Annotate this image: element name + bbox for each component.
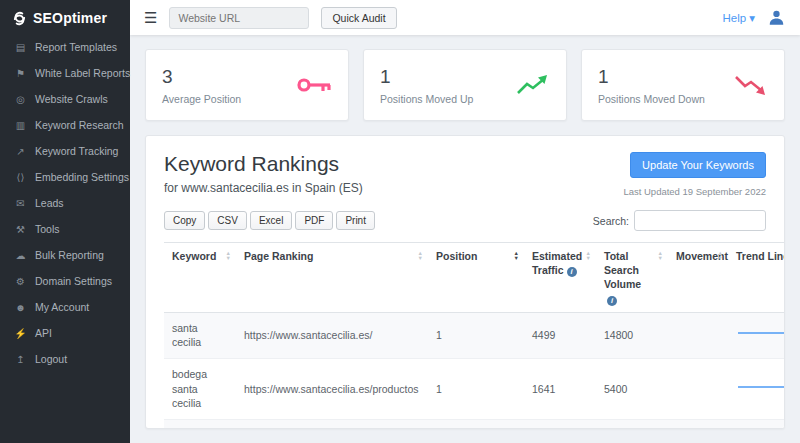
- column-header-trend-line[interactable]: Trend Line▲▼: [728, 243, 785, 313]
- sidebar-item-bulk-reporting[interactable]: ☁Bulk Reporting: [0, 242, 130, 268]
- search-input[interactable]: [634, 210, 766, 231]
- api-icon: ⚡: [14, 328, 27, 339]
- card-header-right: Update Your Keywords Last Updated 19 Sep…: [623, 152, 766, 197]
- last-updated-text: Last Updated 19 September 2022: [623, 186, 766, 197]
- hamburger-menu-icon[interactable]: ☰: [144, 10, 157, 25]
- column-header-page-ranking[interactable]: Page Ranking▲▼: [236, 243, 428, 313]
- stat-card-average-position: 3Average Position: [145, 49, 349, 121]
- white-label-reports-icon: ⚑: [14, 68, 27, 79]
- sort-icon[interactable]: ▲▼: [718, 251, 723, 260]
- sort-icon[interactable]: ▲▼: [658, 251, 663, 260]
- cell-keyword: santa cecilia: [164, 312, 236, 358]
- cell-position: 1: [428, 359, 524, 420]
- quick-audit-button[interactable]: Quick Audit: [321, 7, 396, 29]
- cell-page-ranking[interactable]: https://www.santacecilia.es/blog/cerveza…: [236, 420, 428, 429]
- column-header-movement[interactable]: Movement▲▼: [668, 243, 728, 313]
- key-icon: [296, 74, 332, 96]
- info-icon[interactable]: i: [607, 296, 617, 306]
- cell-position: 1: [428, 420, 524, 429]
- sort-icon[interactable]: ▲▼: [226, 251, 231, 260]
- sidebar-item-keyword-tracking[interactable]: ↗Keyword Tracking: [0, 138, 130, 164]
- trend-up-icon: [516, 73, 550, 97]
- sidebar-item-label: Keyword Research: [35, 119, 124, 131]
- sidebar-item-domain-settings[interactable]: ⚙Domain Settings: [0, 268, 130, 294]
- sidebar-item-keyword-research[interactable]: ▥Keyword Research: [0, 112, 130, 138]
- sort-down-glyph: ▼: [514, 256, 519, 261]
- export-pdf-button[interactable]: PDF: [295, 211, 333, 230]
- stat-label: Average Position: [162, 93, 241, 105]
- sidebar-item-report-templates[interactable]: ▤Report Templates: [0, 34, 130, 60]
- stat-value: 3: [162, 66, 241, 88]
- bulk-reporting-icon: ☁: [14, 250, 27, 261]
- sort-icon[interactable]: ▲▼: [514, 251, 519, 260]
- export-print-button[interactable]: Print: [336, 211, 375, 230]
- cell-keyword: cervezas negras: [164, 420, 236, 429]
- content: 3Average Position1Positions Moved Up1Pos…: [130, 35, 800, 443]
- sidebar-item-label: Tools: [35, 223, 60, 235]
- stat-value: 1: [380, 66, 473, 88]
- user-account-icon[interactable]: [767, 8, 786, 27]
- sidebar-item-my-account[interactable]: ☻My Account: [0, 294, 130, 320]
- export-csv-button[interactable]: CSV: [208, 211, 247, 230]
- stat-value: 1: [598, 66, 705, 88]
- cell-page-ranking[interactable]: https://www.santacecilia.es/productos: [236, 359, 428, 420]
- sort-down-glyph: ▼: [658, 256, 663, 261]
- sidebar-item-white-label-reports[interactable]: ⚑White Label Reports: [0, 60, 130, 86]
- sidebar-item-leads[interactable]: ✉Leads: [0, 190, 130, 216]
- column-header-keyword[interactable]: Keyword▲▼: [164, 243, 236, 313]
- update-keywords-button[interactable]: Update Your Keywords: [630, 152, 766, 178]
- column-header-label: Trend Line: [736, 250, 785, 262]
- sidebar-item-embedding-settings[interactable]: ⟨⟩Embedding Settings: [0, 164, 130, 190]
- stat-card-positions-moved-up: 1Positions Moved Up: [363, 49, 567, 121]
- column-header-label: Position: [436, 250, 477, 262]
- sort-down-glyph: ▼: [586, 256, 591, 261]
- sidebar-item-label: Website Crawls: [35, 93, 108, 105]
- column-header-total-search-volume[interactable]: Total Search Volumei▲▼: [596, 243, 668, 313]
- info-icon[interactable]: i: [567, 267, 577, 277]
- keyword-rankings-card: Keyword Rankings for www.santacecilia.es…: [145, 135, 785, 429]
- export-copy-button[interactable]: Copy: [164, 211, 205, 230]
- tools-icon: ⚒: [14, 224, 27, 235]
- table-body: santa ceciliahttps://www.santacecilia.es…: [164, 312, 785, 429]
- logo-text: SEOptimer: [33, 10, 107, 26]
- embedding-settings-icon: ⟨⟩: [14, 172, 27, 183]
- sort-icon[interactable]: ▲▼: [586, 251, 591, 260]
- table-header-row: Keyword▲▼Page Ranking▲▼Position▲▼Estimat…: [164, 243, 785, 313]
- help-menu[interactable]: Help ▾: [723, 11, 755, 25]
- my-account-icon: ☻: [14, 302, 27, 313]
- seoptimer-logo-icon: [12, 11, 27, 26]
- cell-estimated-traffic: 729: [524, 420, 596, 429]
- sidebar-item-website-crawls[interactable]: ◎Website Crawls: [0, 86, 130, 112]
- logout-icon: ↥: [14, 354, 27, 365]
- table-row: bodega santa ceciliahttps://www.santacec…: [164, 359, 785, 420]
- column-header-label: Total Search Volume: [604, 250, 641, 290]
- cell-estimated-traffic: 4499: [524, 312, 596, 358]
- keyword-tracking-icon: ↗: [14, 146, 27, 157]
- cell-page-ranking[interactable]: https://www.santacecilia.es/: [236, 312, 428, 358]
- seoptimer-logo[interactable]: SEOptimer: [0, 0, 130, 34]
- sidebar-item-label: Bulk Reporting: [35, 249, 104, 261]
- sidebar-item-label: White Label Reports: [35, 67, 130, 79]
- sidebar-item-label: Logout: [35, 353, 67, 365]
- website-url-input[interactable]: [169, 7, 309, 29]
- stat-card-positions-moved-down: 1Positions Moved Down: [581, 49, 785, 121]
- sidebar-item-label: Embedding Settings: [35, 171, 129, 183]
- sidebar-item-api[interactable]: ⚡API: [0, 320, 130, 346]
- column-header-label: Page Ranking: [244, 250, 313, 262]
- sidebar-item-tools[interactable]: ⚒Tools: [0, 216, 130, 242]
- sort-icon[interactable]: ▲▼: [418, 251, 423, 260]
- website-crawls-icon: ◎: [14, 94, 27, 105]
- cell-estimated-traffic: 1641: [524, 359, 596, 420]
- cell-trend-line: [728, 312, 785, 358]
- leads-icon: ✉: [14, 198, 27, 209]
- main-area: ☰ Quick Audit Help ▾ 3Average Position1P…: [130, 0, 800, 443]
- sidebar-item-label: Domain Settings: [35, 275, 112, 287]
- sidebar-item-logout[interactable]: ↥Logout: [0, 346, 130, 372]
- stat-label: Positions Moved Up: [380, 93, 473, 105]
- trend-down-icon: [734, 73, 768, 97]
- column-header-position[interactable]: Position▲▼: [428, 243, 524, 313]
- export-excel-button[interactable]: Excel: [250, 211, 292, 230]
- cell-trend-line: [728, 359, 785, 420]
- sidebar-item-label: Keyword Tracking: [35, 145, 118, 157]
- column-header-estimated-traffic[interactable]: Estimated Traffici▲▼: [524, 243, 596, 313]
